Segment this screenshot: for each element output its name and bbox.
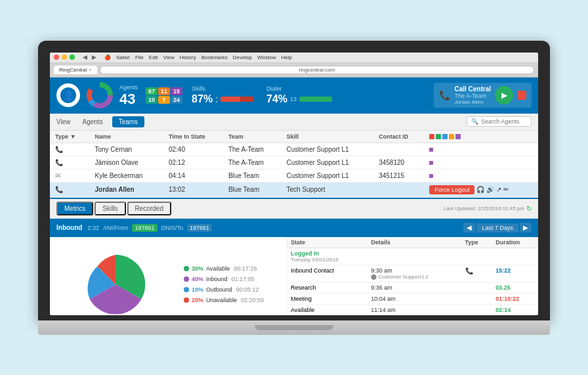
- laptop-shell: ◀ ▶ 🍎 Safari File Edit View History Book…: [38, 41, 550, 335]
- state-detail-research: 9:36 am: [367, 282, 461, 293]
- os-menu-edit[interactable]: Edit: [149, 55, 158, 60]
- row-name: Jordan Allen: [89, 182, 163, 197]
- legend-outbound: 10% Outbound 00:05:12: [184, 286, 286, 293]
- os-menu-develop[interactable]: Develop: [233, 55, 252, 60]
- os-menu-view[interactable]: View: [163, 55, 175, 60]
- state-col-type: Type: [461, 237, 492, 248]
- donut-chart: [85, 81, 114, 110]
- browser-tab-active[interactable]: RingCentral ×: [54, 66, 97, 74]
- dialer-bar: [299, 97, 332, 102]
- nav-tab-teams[interactable]: Teams: [112, 116, 144, 127]
- os-forward-btn[interactable]: ▶: [91, 54, 98, 60]
- headset-icon[interactable]: 🎧: [476, 186, 484, 193]
- ani-label: ANI/From: [103, 225, 129, 231]
- row-team: The A-Team: [223, 156, 282, 169]
- url-bar[interactable]: ringcentral.com: [100, 66, 534, 74]
- date-prev-button[interactable]: ◀: [463, 223, 475, 232]
- row-team: The A-Team: [223, 143, 282, 156]
- os-menu-help[interactable]: Help: [282, 55, 292, 60]
- state-name-inbound1: Inbound Contact: [287, 265, 367, 282]
- metrics-tab-recorded[interactable]: Recorded: [127, 202, 171, 215]
- pie-legend: 30% Available 00:17:26 40% Inbound 01:17…: [181, 237, 286, 315]
- tab-close-btn[interactable]: ×: [89, 67, 92, 73]
- volume-icon[interactable]: 🔊: [486, 186, 494, 193]
- legend-available: 30% Available 00:17:26: [184, 265, 286, 272]
- tab-bar: RingCentral ×: [54, 66, 97, 74]
- metrics-tab-metrics[interactable]: Metrics: [56, 202, 93, 215]
- call-central-info: Call Central The A-Team Jordan Allen: [454, 85, 491, 105]
- call-central-user: Jordan Allen: [454, 99, 491, 105]
- call-central-title: Call Central: [454, 85, 491, 93]
- os-menu-history[interactable]: History: [180, 55, 196, 60]
- badge-67: 67: [146, 87, 158, 95]
- agents-block: Agents 43: [119, 84, 138, 106]
- row-status-dot: [429, 161, 433, 165]
- legend-pct-outbound: 10%: [192, 286, 203, 293]
- metrics-tab-skills[interactable]: Skills: [94, 202, 125, 215]
- search-input[interactable]: [481, 118, 527, 125]
- row-team: Blue Team: [223, 182, 282, 197]
- legend-pct-unavailable: 20%: [192, 297, 203, 303]
- row-type-icon: ✉: [55, 172, 60, 179]
- call-central-team: The A-Team: [454, 93, 491, 99]
- state-duration-inbound1: 15:22: [495, 267, 511, 274]
- skills-bar: [220, 97, 253, 102]
- browser-chrome: RingCentral × ringcentral.com: [50, 63, 538, 77]
- os-dot-maximize[interactable]: [70, 55, 75, 60]
- laptop-notch: [255, 325, 333, 330]
- state-detail-login: [367, 248, 461, 265]
- os-menu-file[interactable]: File: [135, 55, 144, 60]
- agents-table: Type ▼ Name Time In State Team Skill Con…: [50, 131, 538, 198]
- row-type-icon: 📞: [55, 186, 63, 193]
- header-bar: 👤 Agents: [50, 77, 538, 114]
- chat-icon[interactable]: ✏: [503, 186, 509, 193]
- legend-unavailable: 20% Unavailable 02:20:59: [184, 297, 286, 303]
- search-icon: 🔍: [471, 118, 478, 125]
- legend-name-inbound: Inbound: [206, 276, 228, 282]
- inbound-label: Inbound: [56, 224, 82, 231]
- row-contact: 3458120: [373, 156, 424, 169]
- state-col-duration: Duration: [492, 237, 538, 248]
- dnis-value: 197661: [187, 224, 212, 232]
- transfer-icon[interactable]: ↗: [496, 186, 501, 193]
- table-row-selected: 📞 Jordan Allen 13:02 Blue Team Tech Supp…: [50, 182, 538, 197]
- os-dot-close[interactable]: [54, 55, 59, 60]
- stop-button[interactable]: [517, 91, 526, 100]
- svg-point-4: [92, 87, 108, 103]
- col-contact-id: Contact ID: [373, 131, 424, 143]
- state-duration-login: [492, 248, 538, 265]
- row-type-icon: 📞: [55, 159, 63, 166]
- date-next-button[interactable]: ▶: [520, 223, 532, 232]
- os-menu-safari[interactable]: Safari: [116, 55, 130, 60]
- play-button[interactable]: ▶: [495, 86, 513, 104]
- refresh-icon[interactable]: ↻: [526, 205, 532, 212]
- os-back-btn[interactable]: ◀: [81, 54, 89, 60]
- legend-dot-available: [184, 266, 189, 271]
- agents-label: Agents: [119, 84, 138, 91]
- state-col-state: State: [287, 237, 367, 248]
- row-contact: [373, 182, 424, 197]
- os-menu-window[interactable]: Window: [257, 55, 276, 60]
- nav-tab-agents[interactable]: Agents: [76, 116, 110, 127]
- os-dot-minimize[interactable]: [62, 55, 67, 60]
- row-name: Tony Cernan: [89, 143, 163, 156]
- legend-time-inbound: 01:17:05: [232, 276, 255, 282]
- ani-value: 197661: [132, 224, 157, 232]
- badge-11: 11: [158, 87, 170, 95]
- legend-time-available: 00:17:26: [234, 265, 257, 272]
- os-apple[interactable]: 🍎: [104, 55, 111, 60]
- screen-bezel: ◀ ▶ 🍎 Safari File Edit View History Book…: [38, 41, 550, 320]
- os-menu-bookmarks[interactable]: Bookmarks: [201, 55, 228, 60]
- call-central-block: 📞 Call Central The A-Team Jordan Allen ▶: [434, 83, 532, 108]
- laptop-screen: ◀ ▶ 🍎 Safari File Edit View History Book…: [50, 53, 538, 315]
- force-logout-button[interactable]: Force Logout: [429, 185, 474, 194]
- legend-inbound: 40% Inbound 01:17:05: [184, 276, 286, 282]
- row-time: 02:40: [163, 143, 223, 156]
- legend-pct-available: 30%: [192, 265, 203, 272]
- state-type-icon-inbound1: 📞: [465, 267, 473, 275]
- state-login-date: Tuesday 03/01/2016: [291, 257, 363, 263]
- state-table-area: State Details Type Duration: [286, 237, 538, 315]
- col-time: Time In State: [163, 131, 223, 143]
- badge-24: 24: [171, 96, 182, 104]
- row-skill: Customer Support L1: [281, 156, 373, 169]
